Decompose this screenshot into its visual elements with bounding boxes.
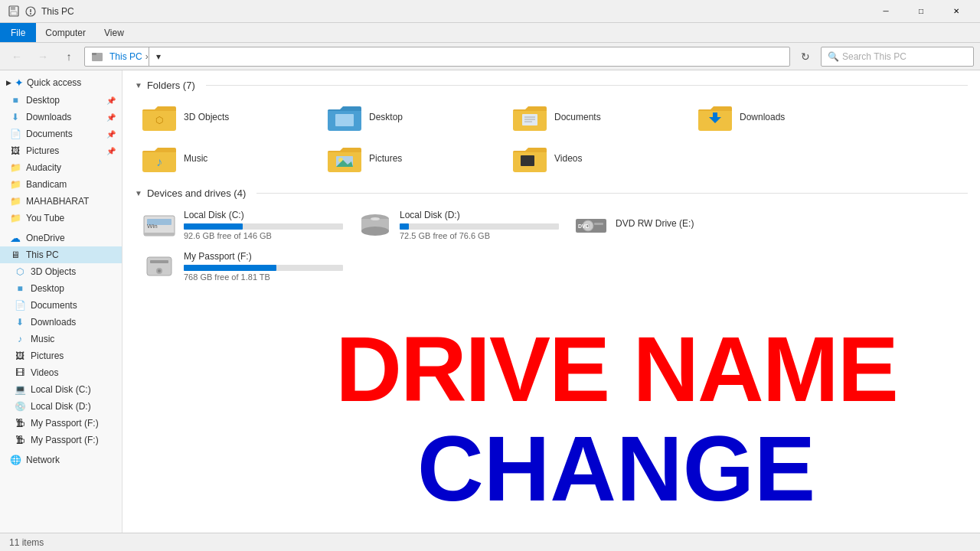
sidebar-item-network[interactable]: 🌐 Network xyxy=(0,452,122,468)
sidebar-item-localc[interactable]: 💻 Local Disk (C:) xyxy=(0,381,122,398)
sidebar-pictures2-label: Pictures xyxy=(31,350,64,361)
title-bar: This PC ─ □ ✕ xyxy=(0,0,980,23)
sidebar-item-bandicam[interactable]: 📁 Bandicam xyxy=(0,176,122,193)
folder-desktop-icon xyxy=(326,102,363,132)
sidebar-pictures-label: Pictures xyxy=(26,145,59,156)
svg-point-5 xyxy=(30,13,31,15)
sidebar-item-passport1[interactable]: 🗜 My Passport (F:) xyxy=(0,415,122,432)
forward-button[interactable]: → xyxy=(32,46,54,67)
svg-rect-1 xyxy=(11,6,15,10)
search-box[interactable]: 🔍 Search This PC xyxy=(821,47,974,67)
localc-icon: 💻 xyxy=(14,383,26,396)
sidebar-item-documents2[interactable]: 📄 Documents xyxy=(0,297,122,314)
folder-downloads[interactable]: Downloads xyxy=(691,97,874,137)
sidebar-item-3dobjects[interactable]: ⬡ 3D Objects xyxy=(0,263,122,280)
sidebar-item-documents[interactable]: 📄 Documents 📌 xyxy=(0,126,122,142)
desktop2-icon: ■ xyxy=(14,282,26,295)
refresh-button[interactable]: ↻ xyxy=(795,46,816,67)
properties-icon[interactable] xyxy=(23,4,38,19)
sidebar-item-audacity[interactable]: 📁 Audacity xyxy=(0,159,122,176)
sidebar-item-downloads[interactable]: ⬇ Downloads 📌 xyxy=(0,109,122,126)
folder-pictures[interactable]: Pictures xyxy=(320,139,504,178)
sidebar-item-locald[interactable]: 💿 Local Disk (D:) xyxy=(0,398,122,415)
svg-text:⬡: ⬡ xyxy=(155,115,163,126)
bandicam-icon: 📁 xyxy=(9,178,21,191)
drive-c-bar xyxy=(184,223,343,230)
address-path[interactable]: This PC › ▾ xyxy=(84,47,790,67)
mahabharat-icon: 📁 xyxy=(9,195,21,207)
drives-section-header[interactable]: ▼ Devices and drives (4) xyxy=(135,187,968,199)
up-button[interactable]: ↑ xyxy=(58,46,80,67)
address-dropdown[interactable]: ▾ xyxy=(149,47,168,67)
drives-divider xyxy=(256,193,968,194)
folder-desktop[interactable]: Desktop xyxy=(320,97,504,137)
sidebar-item-music[interactable]: ♪ Music xyxy=(0,331,122,347)
drive-d[interactable]: Local Disk (D:) 72.5 GB free of 76.6 GB xyxy=(351,205,565,245)
folder-downloads-icon xyxy=(697,102,733,132)
svg-point-45 xyxy=(158,269,161,272)
back-button[interactable]: ← xyxy=(6,46,28,67)
sidebar-item-youtube[interactable]: 📁 You Tube xyxy=(0,210,122,227)
sidebar-item-onedrive[interactable]: ☁ OneDrive xyxy=(0,230,122,246)
onedrive-icon: ☁ xyxy=(9,232,21,244)
folders-divider xyxy=(206,85,968,86)
sidebar-item-pictures2[interactable]: 🖼 Pictures xyxy=(0,347,122,364)
folder-3dobjects[interactable]: ⬡ 3D Objects xyxy=(135,97,318,137)
sidebar-downloads-label: Downloads xyxy=(26,112,71,122)
svg-rect-11 xyxy=(335,114,354,126)
pictures-icon: 🖼 xyxy=(9,145,21,157)
drive-f-info: My Passport (F:) 768 GB free of 1.81 TB xyxy=(184,251,343,282)
close-button[interactable]: ✕ xyxy=(939,0,974,23)
folder-videos[interactable]: Videos xyxy=(505,139,689,178)
folder-pictures-icon xyxy=(326,143,363,174)
title-bar-left: This PC xyxy=(6,4,74,19)
folders-section-header[interactable]: ▼ Folders (7) xyxy=(135,80,968,91)
drive-d-info: Local Disk (D:) 72.5 GB free of 76.6 GB xyxy=(400,210,559,240)
drive-e[interactable]: DVD DVD RW Drive (E:) xyxy=(567,205,781,245)
folder-music-icon: ♪ xyxy=(141,143,178,174)
menu-computer[interactable]: Computer xyxy=(36,23,95,42)
quick-access-header[interactable]: ▶ ✦ Quick access xyxy=(0,73,122,92)
folders-grid: ⬡ 3D Objects Desktop xyxy=(135,97,968,178)
drive-c[interactable]: Win Local Disk (C:) 92.6 GB free of 146 … xyxy=(135,205,349,245)
minimize-button[interactable]: ─ xyxy=(868,0,903,23)
menu-file[interactable]: File xyxy=(0,23,36,42)
folder-videos-icon xyxy=(511,143,548,174)
drive-f-space: 768 GB free of 1.81 TB xyxy=(184,272,343,282)
sidebar-item-desktop[interactable]: ■ Desktop 📌 xyxy=(0,92,122,109)
svg-text:DVD: DVD xyxy=(578,223,590,229)
pin-icon-dl: 📌 xyxy=(106,113,116,122)
sidebar-item-passport2[interactable]: 🗜 My Passport (F:) xyxy=(0,432,122,448)
drive-f[interactable]: My Passport (F:) 768 GB free of 1.81 TB xyxy=(135,246,349,286)
sidebar-item-downloads2[interactable]: ⬇ Downloads xyxy=(0,314,122,331)
videos-icon: 🎞 xyxy=(14,367,26,379)
menu-view[interactable]: View xyxy=(95,23,133,42)
maximize-button[interactable]: □ xyxy=(903,0,939,23)
folder-3dobjects-name: 3D Objects xyxy=(184,112,229,122)
save-icon[interactable] xyxy=(6,4,21,19)
sidebar-item-pictures[interactable]: 🖼 Pictures 📌 xyxy=(0,142,122,159)
sidebar-item-desktop2[interactable]: ■ Desktop xyxy=(0,280,122,297)
svg-point-35 xyxy=(361,227,389,236)
folder-music[interactable]: ♪ Music xyxy=(135,139,318,178)
sidebar-item-thispc[interactable]: 🖥 This PC xyxy=(0,246,122,263)
sidebar-audacity-label: Audacity xyxy=(26,162,61,173)
sidebar-item-videos[interactable]: 🎞 Videos xyxy=(0,364,122,381)
folders-section-title: Folders (7) xyxy=(147,80,195,91)
sidebar-item-mahabharat[interactable]: 📁 MAHABHARAT xyxy=(0,193,122,210)
quick-access-label: Quick access xyxy=(27,77,81,88)
drive-c-icon: Win xyxy=(141,210,178,240)
folder-3dobjects-icon: ⬡ xyxy=(141,102,178,132)
sidebar-bandicam-label: Bandicam xyxy=(26,179,67,190)
status-item-count: 11 items xyxy=(9,537,44,548)
folder-documents[interactable]: Documents xyxy=(505,97,689,137)
overlay-text: DRIVE NAME CHANGE xyxy=(253,323,980,514)
sidebar-desktop-label: Desktop xyxy=(26,95,60,106)
drive-c-name: Local Disk (C:) xyxy=(184,210,343,220)
sidebar-desktop2-label: Desktop xyxy=(31,283,64,294)
drive-e-name: DVD RW Drive (E:) xyxy=(616,218,775,229)
search-placeholder: Search This PC xyxy=(842,51,906,62)
drive-f-name: My Passport (F:) xyxy=(184,251,343,262)
path-parts: This PC › xyxy=(91,51,149,63)
drives-section-title: Devices and drives (4) xyxy=(147,187,246,199)
